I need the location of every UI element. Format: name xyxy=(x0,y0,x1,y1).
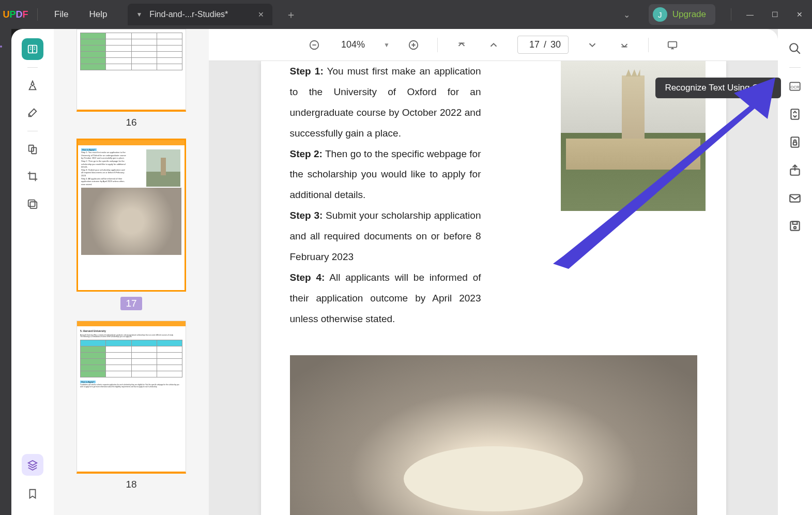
bookmark-icon xyxy=(27,488,38,499)
svg-rect-17 xyxy=(793,221,798,224)
user-avatar: J xyxy=(653,7,667,22)
upgrade-button[interactable]: J Upgrade xyxy=(649,4,715,25)
page-content: Step 1: You must first make an applicati… xyxy=(261,61,726,515)
bookmark-button[interactable] xyxy=(22,483,43,505)
tab-dropdown-icon[interactable]: ▼ xyxy=(136,11,142,18)
redact-icon xyxy=(27,198,38,209)
titlebar: UPDF File Help ▼ Find-and-...r-Studies* … xyxy=(0,0,812,29)
crop-tool-button[interactable] xyxy=(22,165,43,187)
upgrade-label: Upgrade xyxy=(672,9,706,20)
thumbnail-18[interactable]: 5. Harvard University Harvard University… xyxy=(76,321,186,490)
layers-icon xyxy=(27,459,38,471)
svg-point-18 xyxy=(794,226,796,229)
page-text: Step 1: You must first make an applicati… xyxy=(290,61,481,329)
thumbnail-number: 18 xyxy=(126,479,136,490)
tab-title: Find-and-...r-Studies* xyxy=(149,10,251,19)
next-page-button[interactable] xyxy=(584,37,601,53)
document-tab[interactable]: ▼ Find-and-...r-Studies* ✕ xyxy=(128,4,272,25)
separator xyxy=(37,8,38,21)
search-icon xyxy=(788,42,802,55)
svg-rect-3 xyxy=(28,200,35,207)
ocr-icon: OCR xyxy=(788,80,802,93)
crop-icon xyxy=(27,171,38,182)
total-pages: 30 xyxy=(550,39,561,50)
svg-text:OCR: OCR xyxy=(791,85,800,89)
thumbnail-number-current: 17 xyxy=(120,297,142,310)
protect-icon xyxy=(788,135,802,149)
zoom-in-icon xyxy=(408,39,419,51)
minimize-button[interactable]: ― xyxy=(738,0,762,29)
share-icon xyxy=(788,163,802,177)
redact-tool-button[interactable] xyxy=(22,192,43,214)
thumbnail-16[interactable]: 16 xyxy=(76,29,186,128)
window-edge xyxy=(0,29,11,515)
right-toolbar: OCR xyxy=(778,29,812,515)
close-window-button[interactable]: ✕ xyxy=(787,0,812,29)
zoom-out-icon xyxy=(309,39,320,51)
share-button[interactable] xyxy=(786,161,804,179)
new-tab-button[interactable]: ＋ xyxy=(281,8,301,22)
svg-point-8 xyxy=(790,43,798,51)
zoom-dropdown-icon[interactable]: ▼ xyxy=(384,41,390,49)
layers-button[interactable] xyxy=(22,454,43,476)
edit-tool-button[interactable] xyxy=(22,102,43,124)
comment-tool-button[interactable] xyxy=(22,75,43,97)
menu-help[interactable]: Help xyxy=(79,9,117,20)
last-page-icon xyxy=(619,39,630,51)
zoom-in-button[interactable] xyxy=(405,37,422,53)
maximize-button[interactable]: ☐ xyxy=(762,0,787,29)
fit-width-icon xyxy=(488,39,499,51)
present-icon xyxy=(667,39,678,51)
svg-rect-15 xyxy=(790,195,800,202)
convert-icon xyxy=(788,108,802,121)
menu-file[interactable]: File xyxy=(44,9,79,20)
separator xyxy=(731,8,731,21)
page-indicator[interactable]: 17 / 30 xyxy=(517,36,569,54)
separator xyxy=(27,131,38,131)
email-icon xyxy=(788,191,802,205)
students-image xyxy=(290,355,697,515)
thumbnail-number: 16 xyxy=(126,117,136,128)
document-viewport[interactable]: Step 1: You must first make an applicati… xyxy=(209,61,778,515)
reader-mode-button[interactable] xyxy=(22,38,43,60)
protect-button[interactable] xyxy=(786,133,804,152)
page-separator: / xyxy=(544,39,546,50)
svg-rect-4 xyxy=(30,202,37,208)
tab-close-icon[interactable]: ✕ xyxy=(258,10,264,19)
prev-page-button[interactable] xyxy=(485,37,502,53)
thumbnail-17[interactable]: How to Apply? Step 1: You must first mak… xyxy=(76,139,186,310)
organize-icon xyxy=(27,144,38,155)
left-toolbar xyxy=(11,29,54,515)
fit-page-icon xyxy=(456,39,467,51)
thumbnail-panel[interactable]: 16 How to Apply? Step 1: You must first … xyxy=(54,29,209,515)
email-button[interactable] xyxy=(786,189,804,207)
view-toolbar: 104% ▼ 17 / 30 xyxy=(209,29,778,61)
document-area: 104% ▼ 17 / 30 xyxy=(209,29,778,515)
app-logo: UPDF xyxy=(0,9,31,20)
search-button[interactable] xyxy=(786,39,804,58)
next-page-icon xyxy=(587,39,598,51)
last-page-button[interactable] xyxy=(616,37,633,53)
window-menu-icon[interactable]: ⌄ xyxy=(614,10,639,20)
first-page-button[interactable] xyxy=(453,37,470,53)
svg-rect-7 xyxy=(668,41,677,47)
reader-icon xyxy=(27,43,38,55)
ocr-tooltip: Recognize Text Using OCR xyxy=(655,78,781,98)
svg-rect-13 xyxy=(793,142,797,145)
save-icon xyxy=(788,219,802,233)
zoom-level: 104% xyxy=(338,39,368,50)
save-button[interactable] xyxy=(786,217,804,235)
separator xyxy=(437,38,438,52)
present-button[interactable] xyxy=(664,37,681,53)
highlight-icon xyxy=(27,80,38,92)
ocr-button[interactable]: OCR xyxy=(786,77,804,96)
zoom-out-button[interactable] xyxy=(306,37,323,53)
separator xyxy=(648,38,649,52)
organize-pages-button[interactable] xyxy=(22,139,43,160)
convert-button[interactable] xyxy=(786,105,804,124)
edit-icon xyxy=(27,107,38,118)
separator xyxy=(27,67,38,68)
current-page: 17 xyxy=(525,39,540,50)
separator xyxy=(789,67,801,68)
